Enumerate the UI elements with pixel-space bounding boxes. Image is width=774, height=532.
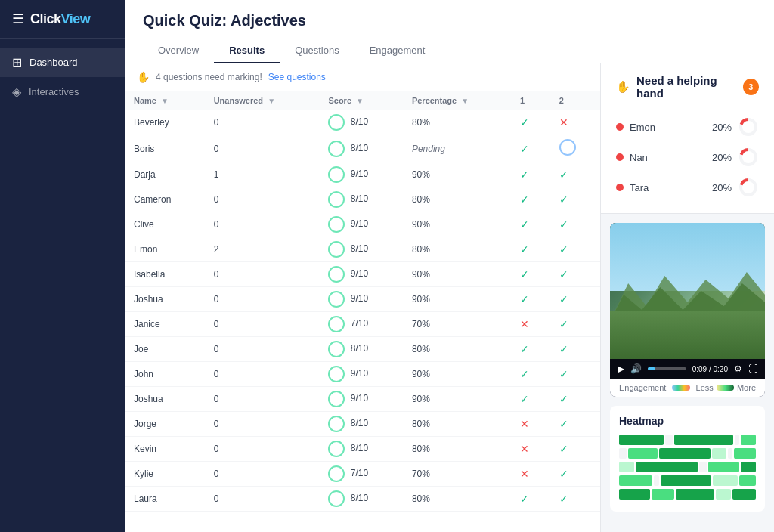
volume-icon[interactable]: 🔊 bbox=[630, 363, 642, 374]
sidebar-item-interactives[interactable]: ◈ Interactives bbox=[0, 77, 125, 107]
score-circle bbox=[328, 216, 345, 233]
sidebar-item-label: Interactives bbox=[29, 86, 79, 97]
cell-q2: ✓ bbox=[550, 387, 600, 412]
table-row[interactable]: Joshua 0 9/10 90% ✓ ✓ bbox=[125, 387, 600, 412]
table-row[interactable]: Kevin 0 8/10 80% ✕ ✓ bbox=[125, 437, 600, 462]
video-ground bbox=[610, 311, 765, 359]
check-icon: ✓ bbox=[559, 268, 568, 280]
heatmap-cell bbox=[619, 462, 634, 472]
cell-q2: ✓ bbox=[550, 162, 600, 187]
student-dot bbox=[616, 184, 624, 191]
col-percentage[interactable]: Percentage ▼ bbox=[403, 91, 511, 110]
cell-q1: ✓ bbox=[511, 212, 550, 237]
heatmap-cell bbox=[739, 475, 756, 486]
heatmap-cell bbox=[741, 462, 756, 472]
play-button[interactable]: ▶ bbox=[618, 363, 624, 374]
cell-name: Darja bbox=[125, 162, 205, 187]
student-row: Emon 20% bbox=[616, 112, 759, 142]
cell-percentage: 70% bbox=[403, 312, 511, 337]
cell-name: Laura bbox=[125, 487, 205, 512]
table-row[interactable]: Janice 0 7/10 70% ✕ ✓ bbox=[125, 312, 600, 337]
table-row[interactable]: Cameron 0 8/10 80% ✓ ✓ bbox=[125, 187, 600, 212]
cell-score: 7/10 bbox=[319, 462, 402, 487]
table-row[interactable]: Clive 0 9/10 90% ✓ ✓ bbox=[125, 212, 600, 237]
score-circle bbox=[328, 341, 345, 357]
percentage-value: 90% bbox=[412, 394, 430, 404]
check-icon: ✓ bbox=[520, 493, 529, 505]
table-row[interactable]: Boris 0 8/10 Pending ✓ bbox=[125, 135, 600, 162]
cell-q2 bbox=[550, 135, 600, 162]
student-info: Emon bbox=[616, 122, 655, 133]
cell-q1: ✓ bbox=[511, 110, 550, 135]
dashboard-icon: ⊞ bbox=[12, 55, 22, 70]
percentage-value: 90% bbox=[412, 169, 430, 180]
table-row[interactable]: Beverley 0 8/10 80% ✓ ✕ bbox=[125, 110, 600, 135]
student-score-area: 20% bbox=[712, 147, 759, 168]
table-row[interactable]: John 0 9/10 90% ✓ ✓ bbox=[125, 362, 600, 387]
progress-bar[interactable] bbox=[648, 367, 686, 370]
table-row[interactable]: Kylie 0 7/10 70% ✕ ✓ bbox=[125, 462, 600, 487]
col-score[interactable]: Score ▼ bbox=[319, 91, 402, 110]
col-name[interactable]: Name ▼ bbox=[125, 91, 205, 110]
col-q2[interactable]: 2 bbox=[550, 91, 600, 110]
mini-donut-chart bbox=[738, 177, 759, 198]
score-circle bbox=[328, 166, 345, 183]
col-unanswered[interactable]: Unanswered ▼ bbox=[205, 91, 320, 110]
heatmap-cell bbox=[734, 448, 756, 459]
helping-hand-badge: 3 bbox=[743, 79, 759, 95]
cross-icon: ✕ bbox=[559, 116, 568, 128]
percentage-value: 80% bbox=[412, 194, 430, 205]
tab-overview[interactable]: Overview bbox=[143, 39, 214, 63]
heatmap-cell bbox=[699, 462, 707, 472]
cell-q2: ✓ bbox=[550, 212, 600, 237]
cell-q2: ✕ bbox=[550, 110, 600, 135]
cell-q1: ✓ bbox=[511, 337, 550, 362]
cell-score: 8/10 bbox=[319, 135, 402, 162]
student-info: Tara bbox=[616, 182, 649, 193]
cell-name: John bbox=[125, 362, 205, 387]
sidebar-header: ☰ ClickView bbox=[0, 0, 125, 39]
see-questions-link[interactable]: See questions bbox=[268, 72, 326, 82]
settings-icon[interactable]: ⚙ bbox=[734, 363, 742, 374]
less-label: Less bbox=[696, 383, 714, 392]
cell-score: 7/10 bbox=[319, 312, 402, 337]
cell-q1: ✕ bbox=[511, 462, 550, 487]
cell-score: 9/10 bbox=[319, 362, 402, 387]
cell-score: 8/10 bbox=[319, 337, 402, 362]
cell-unanswered: 1 bbox=[205, 162, 320, 187]
table-row[interactable]: Joe 0 8/10 80% ✓ ✓ bbox=[125, 337, 600, 362]
percentage-value: 80% bbox=[412, 493, 430, 504]
tab-engagement[interactable]: Engagement bbox=[354, 39, 441, 63]
cell-q1: ✓ bbox=[511, 262, 550, 287]
hamburger-icon[interactable]: ☰ bbox=[12, 11, 24, 27]
col-q1[interactable]: 1 bbox=[511, 91, 550, 110]
student-row: Nan 20% bbox=[616, 142, 759, 172]
heatmap-cell bbox=[652, 489, 675, 500]
cell-name: Beverley bbox=[125, 110, 205, 135]
table-row[interactable]: Darja 1 9/10 90% ✓ ✓ bbox=[125, 162, 600, 187]
percentage-value: 90% bbox=[412, 219, 430, 230]
cell-name: Janice bbox=[125, 312, 205, 337]
score-circle bbox=[328, 114, 345, 131]
table-row[interactable]: Laura 0 8/10 80% ✓ ✓ bbox=[125, 487, 600, 512]
table-row[interactable]: Isabella 0 9/10 90% ✓ ✓ bbox=[125, 262, 600, 287]
cell-q1: ✓ bbox=[511, 135, 550, 162]
score-circle bbox=[328, 266, 345, 283]
cell-unanswered: 0 bbox=[205, 135, 320, 162]
cell-name: Kevin bbox=[125, 437, 205, 462]
cell-q2: ✓ bbox=[550, 237, 600, 262]
cell-name: Boris bbox=[125, 135, 205, 162]
cell-percentage: Pending bbox=[403, 135, 511, 162]
table-row[interactable]: Joshua 0 9/10 90% ✓ ✓ bbox=[125, 287, 600, 312]
student-score-area: 20% bbox=[712, 177, 759, 198]
mini-donut-chart bbox=[738, 147, 759, 168]
cell-q1: ✕ bbox=[511, 437, 550, 462]
table-row[interactable]: Emon 2 8/10 80% ✓ ✓ bbox=[125, 237, 600, 262]
table-row[interactable]: Jorge 0 8/10 80% ✕ ✓ bbox=[125, 412, 600, 437]
tab-results[interactable]: Results bbox=[214, 39, 280, 63]
sidebar-item-dashboard[interactable]: ⊞ Dashboard bbox=[0, 48, 125, 77]
tab-questions[interactable]: Questions bbox=[280, 39, 354, 63]
cell-q1: ✓ bbox=[511, 487, 550, 512]
check-icon: ✓ bbox=[520, 116, 529, 128]
fullscreen-icon[interactable]: ⛶ bbox=[748, 363, 757, 374]
